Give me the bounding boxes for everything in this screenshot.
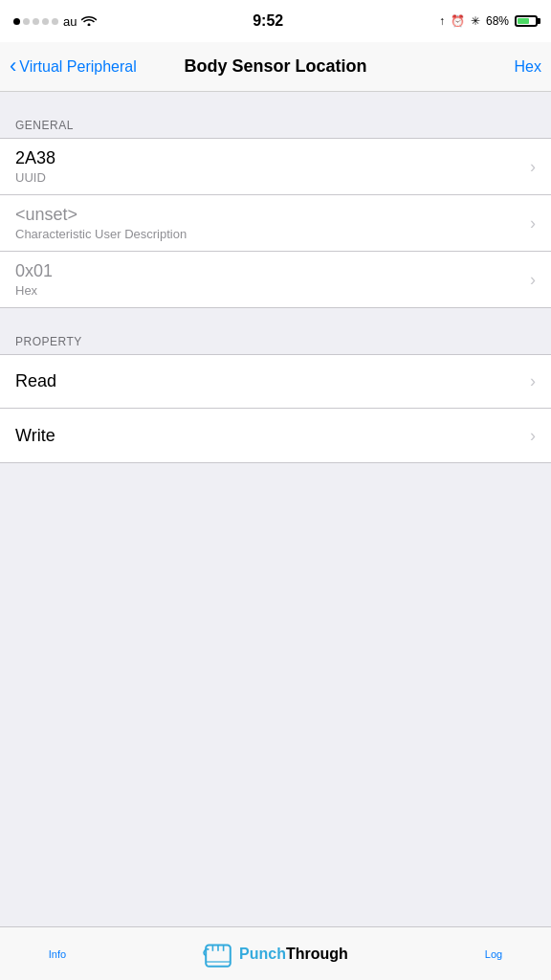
alarm-icon: ⏰: [451, 14, 465, 28]
general-section: GENERAL 2A38 UUID › <unset> Characterist…: [0, 111, 551, 308]
tab-bar: Info PunchThrough Log: [0, 926, 551, 980]
signal-dot-2: [23, 18, 30, 25]
general-header: GENERAL: [0, 111, 551, 138]
battery-percent: 68%: [486, 14, 509, 28]
description-row[interactable]: <unset> Characteristic User Description …: [0, 195, 551, 252]
uuid-row-content: 2A38 UUID: [15, 148, 55, 185]
read-row[interactable]: Read ›: [0, 355, 551, 409]
status-right: ↑ ⏰ ✳ 68%: [439, 14, 538, 28]
signal-dot-5: [52, 18, 58, 25]
description-chevron-icon: ›: [530, 213, 536, 234]
hex-row[interactable]: 0x01 Hex ›: [0, 252, 551, 307]
description-label: Characteristic User Description: [15, 227, 187, 241]
carrier-label: au: [63, 14, 77, 29]
battery-container: [515, 15, 538, 27]
write-row[interactable]: Write ›: [0, 409, 551, 462]
hex-button[interactable]: Hex: [515, 58, 541, 76]
back-button[interactable]: ‹ Virtual Peripheral: [10, 57, 137, 77]
brand-punch: Punch: [239, 946, 286, 962]
info-tab[interactable]: Info: [29, 948, 86, 960]
punchthrough-brand: PunchThrough: [203, 939, 348, 969]
status-time: 9:52: [253, 12, 283, 30]
signal-dot-4: [42, 18, 49, 25]
brand-text: PunchThrough: [239, 946, 348, 963]
hex-label: Hex: [15, 283, 53, 298]
brand-tab: PunchThrough: [203, 939, 348, 969]
uuid-label: UUID: [15, 170, 55, 185]
hex-row-content: 0x01 Hex: [15, 261, 53, 298]
back-chevron-icon: ‹: [10, 56, 16, 77]
hex-value: 0x01: [15, 261, 53, 281]
description-row-content: <unset> Characteristic User Description: [15, 205, 187, 241]
uuid-row[interactable]: 2A38 UUID ›: [0, 139, 551, 195]
nav-bar: ‹ Virtual Peripheral Body Sensor Locatio…: [0, 42, 551, 92]
status-bar: au 9:52 ↑ ⏰ ✳ 68%: [0, 0, 551, 42]
content-spacer: [0, 463, 551, 926]
info-tab-label: Info: [49, 948, 66, 960]
signal-dot-3: [33, 18, 39, 25]
log-tab-label: Log: [485, 948, 502, 960]
read-label: Read: [15, 371, 56, 391]
signal-dot-1: [13, 18, 20, 25]
log-tab[interactable]: Log: [465, 948, 522, 960]
signal-dots: [13, 18, 58, 25]
nav-title: Body Sensor Location: [184, 56, 366, 77]
property-section: PROPERTY Read › Write ›: [0, 327, 551, 463]
arrow-icon: ↑: [439, 14, 445, 28]
read-chevron-icon: ›: [530, 371, 536, 391]
hex-chevron-icon: ›: [530, 270, 536, 290]
general-table: 2A38 UUID › <unset> Characteristic User …: [0, 138, 551, 308]
status-left: au: [13, 13, 97, 29]
property-table: Read › Write ›: [0, 354, 551, 463]
uuid-chevron-icon: ›: [530, 157, 536, 177]
bluetooth-icon: ✳: [471, 14, 480, 28]
wifi-icon: [81, 13, 97, 29]
battery-icon: [515, 15, 538, 27]
uuid-value: 2A38: [15, 148, 55, 168]
write-chevron-icon: ›: [530, 426, 536, 446]
fist-icon: [203, 939, 233, 969]
battery-fill: [518, 18, 529, 24]
write-label: Write: [15, 426, 55, 446]
description-value: <unset>: [15, 205, 187, 225]
back-label: Virtual Peripheral: [19, 58, 136, 76]
property-header: PROPERTY: [0, 327, 551, 354]
